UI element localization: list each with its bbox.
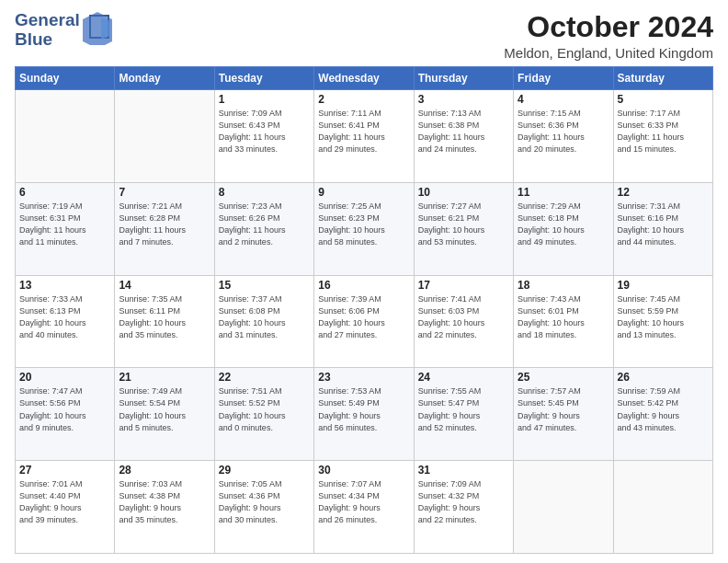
calendar-cell: 14Sunrise: 7:35 AM Sunset: 6:11 PM Dayli… [115,275,214,368]
day-info: Sunrise: 7:05 AM Sunset: 4:36 PM Dayligh… [219,478,310,526]
calendar-cell [115,90,214,183]
day-number: 19 [618,279,709,292]
day-number: 6 [19,186,110,199]
day-info: Sunrise: 7:49 AM Sunset: 5:54 PM Dayligh… [119,385,210,433]
calendar-cell: 30Sunrise: 7:07 AM Sunset: 4:34 PM Dayli… [314,461,414,554]
day-number: 17 [418,279,509,292]
day-number: 27 [19,464,110,477]
day-number: 21 [119,371,210,384]
day-number: 4 [518,93,609,106]
day-number: 13 [19,279,110,292]
calendar-cell: 27Sunrise: 7:01 AM Sunset: 4:40 PM Dayli… [16,461,115,554]
day-info: Sunrise: 7:07 AM Sunset: 4:34 PM Dayligh… [318,478,409,526]
week-row-4: 20Sunrise: 7:47 AM Sunset: 5:56 PM Dayli… [16,368,713,461]
calendar-cell: 5Sunrise: 7:17 AM Sunset: 6:33 PM Daylig… [613,90,712,183]
calendar-cell: 8Sunrise: 7:23 AM Sunset: 6:26 PM Daylig… [214,182,313,275]
day-number: 9 [318,186,409,199]
day-number: 20 [19,371,110,384]
calendar-cell: 4Sunrise: 7:15 AM Sunset: 6:36 PM Daylig… [514,90,613,183]
week-row-5: 27Sunrise: 7:01 AM Sunset: 4:40 PM Dayli… [16,461,713,554]
calendar-cell: 11Sunrise: 7:29 AM Sunset: 6:18 PM Dayli… [514,182,613,275]
day-header-thursday: Thursday [414,67,513,90]
day-info: Sunrise: 7:51 AM Sunset: 5:52 PM Dayligh… [219,385,310,433]
calendar-cell [16,90,115,183]
day-info: Sunrise: 7:19 AM Sunset: 6:31 PM Dayligh… [19,201,110,248]
day-info: Sunrise: 7:53 AM Sunset: 5:49 PM Dayligh… [318,385,409,433]
calendar-cell: 25Sunrise: 7:57 AM Sunset: 5:45 PM Dayli… [514,368,613,461]
day-number: 25 [518,371,609,384]
month-title: October 2024 [504,11,713,43]
day-number: 14 [119,279,210,292]
day-info: Sunrise: 7:39 AM Sunset: 6:06 PM Dayligh… [318,293,409,341]
day-number: 8 [219,186,310,199]
day-info: Sunrise: 7:13 AM Sunset: 6:38 PM Dayligh… [418,108,509,155]
day-info: Sunrise: 7:15 AM Sunset: 6:36 PM Dayligh… [518,108,609,155]
logo: General Blue [15,11,112,50]
calendar-table: SundayMondayTuesdayWednesdayThursdayFrid… [15,66,713,554]
day-info: Sunrise: 7:11 AM Sunset: 6:41 PM Dayligh… [318,108,409,155]
title-block: October 2024 Meldon, England, United Kin… [504,11,713,61]
calendar-cell: 1Sunrise: 7:09 AM Sunset: 6:43 PM Daylig… [214,90,313,183]
logo-icon [83,12,112,45]
day-number: 7 [119,186,210,199]
day-info: Sunrise: 7:29 AM Sunset: 6:18 PM Dayligh… [518,201,609,248]
day-header-saturday: Saturday [613,67,712,90]
day-number: 11 [518,186,609,199]
day-number: 12 [618,186,709,199]
day-info: Sunrise: 7:03 AM Sunset: 4:38 PM Dayligh… [119,478,210,526]
day-header-monday: Monday [115,67,214,90]
header: General Blue October 2024 Meldon, Englan… [15,11,713,61]
day-number: 24 [418,371,509,384]
calendar-cell: 2Sunrise: 7:11 AM Sunset: 6:41 PM Daylig… [314,90,414,183]
calendar-cell: 23Sunrise: 7:53 AM Sunset: 5:49 PM Dayli… [314,368,414,461]
calendar-cell: 13Sunrise: 7:33 AM Sunset: 6:13 PM Dayli… [16,275,115,368]
day-info: Sunrise: 7:01 AM Sunset: 4:40 PM Dayligh… [19,478,110,526]
day-number: 15 [219,279,310,292]
week-row-1: 1Sunrise: 7:09 AM Sunset: 6:43 PM Daylig… [16,90,713,183]
day-header-sunday: Sunday [16,67,115,90]
calendar-cell: 6Sunrise: 7:19 AM Sunset: 6:31 PM Daylig… [16,182,115,275]
day-number: 28 [119,464,210,477]
calendar-cell: 24Sunrise: 7:55 AM Sunset: 5:47 PM Dayli… [414,368,513,461]
day-number: 29 [219,464,310,477]
calendar-cell: 20Sunrise: 7:47 AM Sunset: 5:56 PM Dayli… [16,368,115,461]
day-info: Sunrise: 7:33 AM Sunset: 6:13 PM Dayligh… [19,293,110,341]
calendar-cell [514,461,613,554]
day-info: Sunrise: 7:31 AM Sunset: 6:16 PM Dayligh… [618,201,709,248]
calendar-cell: 21Sunrise: 7:49 AM Sunset: 5:54 PM Dayli… [115,368,214,461]
week-row-3: 13Sunrise: 7:33 AM Sunset: 6:13 PM Dayli… [16,275,713,368]
calendar-cell: 28Sunrise: 7:03 AM Sunset: 4:38 PM Dayli… [115,461,214,554]
location: Meldon, England, United Kingdom [504,45,713,61]
logo-blue: Blue [15,30,80,50]
calendar-cell: 18Sunrise: 7:43 AM Sunset: 6:01 PM Dayli… [514,275,613,368]
calendar-cell: 9Sunrise: 7:25 AM Sunset: 6:23 PM Daylig… [314,182,414,275]
day-number: 10 [418,186,509,199]
day-info: Sunrise: 7:57 AM Sunset: 5:45 PM Dayligh… [518,385,609,433]
day-info: Sunrise: 7:17 AM Sunset: 6:33 PM Dayligh… [618,108,709,155]
week-row-2: 6Sunrise: 7:19 AM Sunset: 6:31 PM Daylig… [16,182,713,275]
day-number: 31 [418,464,509,477]
day-info: Sunrise: 7:27 AM Sunset: 6:21 PM Dayligh… [418,201,509,248]
logo-general: General [15,11,80,30]
calendar-header-row: SundayMondayTuesdayWednesdayThursdayFrid… [16,67,713,90]
calendar-cell: 29Sunrise: 7:05 AM Sunset: 4:36 PM Dayli… [214,461,313,554]
day-number: 2 [318,93,409,106]
day-number: 23 [318,371,409,384]
day-number: 22 [219,371,310,384]
day-info: Sunrise: 7:41 AM Sunset: 6:03 PM Dayligh… [418,293,509,341]
page: General Blue October 2024 Meldon, Englan… [0,0,728,563]
day-info: Sunrise: 7:55 AM Sunset: 5:47 PM Dayligh… [418,385,509,433]
day-number: 3 [418,93,509,106]
calendar-cell: 15Sunrise: 7:37 AM Sunset: 6:08 PM Dayli… [214,275,313,368]
day-info: Sunrise: 7:35 AM Sunset: 6:11 PM Dayligh… [119,293,210,341]
day-info: Sunrise: 7:25 AM Sunset: 6:23 PM Dayligh… [318,201,409,248]
calendar-cell: 7Sunrise: 7:21 AM Sunset: 6:28 PM Daylig… [115,182,214,275]
day-info: Sunrise: 7:23 AM Sunset: 6:26 PM Dayligh… [219,201,310,248]
day-header-wednesday: Wednesday [314,67,414,90]
day-info: Sunrise: 7:21 AM Sunset: 6:28 PM Dayligh… [119,201,210,248]
day-info: Sunrise: 7:59 AM Sunset: 5:42 PM Dayligh… [618,385,709,433]
day-number: 1 [219,93,310,106]
calendar-cell: 16Sunrise: 7:39 AM Sunset: 6:06 PM Dayli… [314,275,414,368]
day-number: 5 [618,93,709,106]
day-info: Sunrise: 7:09 AM Sunset: 6:43 PM Dayligh… [219,108,310,155]
